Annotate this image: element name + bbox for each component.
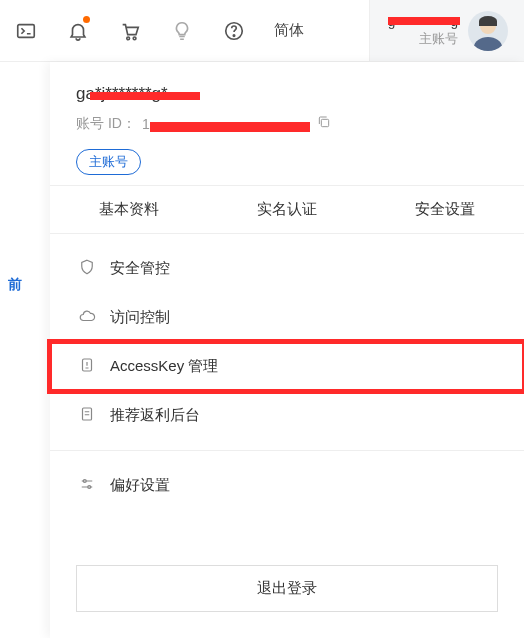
menu-item-label: 偏好设置	[110, 476, 170, 495]
svg-rect-7	[83, 408, 92, 420]
menu-item-label: 访问控制	[110, 308, 170, 327]
menu-access-control[interactable]: 访问控制	[50, 293, 524, 342]
shield-icon	[78, 258, 96, 279]
logout-button[interactable]: 退出登录	[76, 565, 498, 612]
account-panel: ga*j*******g* 账号 ID： 1 主账号 基本资料 实名认证 安全设…	[50, 62, 524, 638]
account-dropdown-trigger[interactable]: g***********g 主账号	[369, 0, 524, 61]
account-id-value: 1	[142, 116, 310, 132]
background-text: 。前	[0, 276, 22, 294]
cart-icon[interactable]	[104, 0, 156, 61]
menu-item-label: AccessKey 管理	[110, 357, 218, 376]
menu-list: 安全管控 访问控制 AccessKey 管理 推荐返利后台 偏好设置	[50, 234, 524, 520]
svg-point-4	[233, 34, 234, 35]
svg-rect-5	[321, 119, 328, 126]
bell-icon[interactable]	[52, 0, 104, 61]
tab-basic-info[interactable]: 基本资料	[50, 186, 208, 233]
account-type-badge: 主账号	[76, 149, 141, 175]
panel-username: ga*j*******g*	[76, 84, 168, 104]
menu-referral-rewards[interactable]: 推荐返利后台	[50, 391, 524, 440]
top-toolbar: 简体 g***********g 主账号	[0, 0, 524, 62]
doc-icon	[78, 405, 96, 426]
lightbulb-icon[interactable]	[156, 0, 208, 61]
account-name: g***********g	[388, 14, 458, 30]
tab-real-name[interactable]: 实名认证	[208, 186, 366, 233]
svg-point-2	[133, 36, 136, 39]
copy-icon[interactable]	[316, 114, 332, 133]
tab-security-settings[interactable]: 安全设置	[366, 186, 524, 233]
menu-item-label: 安全管控	[110, 259, 170, 278]
terminal-icon[interactable]	[0, 0, 52, 61]
language-switch[interactable]: 简体	[260, 21, 318, 40]
menu-divider	[50, 450, 524, 451]
help-icon[interactable]	[208, 0, 260, 61]
avatar	[468, 11, 508, 51]
menu-security-control[interactable]: 安全管控	[50, 244, 524, 293]
svg-rect-0	[18, 24, 35, 37]
menu-item-label: 推荐返利后台	[110, 406, 200, 425]
menu-preferences[interactable]: 偏好设置	[50, 461, 524, 510]
key-icon	[78, 356, 96, 377]
account-id-row: 账号 ID： 1	[76, 114, 498, 133]
cloud-icon	[78, 307, 96, 328]
profile-tabs: 基本资料 实名认证 安全设置	[50, 185, 524, 234]
sliders-icon	[78, 475, 96, 496]
svg-point-1	[127, 36, 130, 39]
notification-dot	[83, 16, 90, 23]
account-type-label: 主账号	[388, 31, 458, 47]
account-id-label: 账号 ID：	[76, 115, 136, 133]
menu-accesskey-management[interactable]: AccessKey 管理	[50, 342, 524, 391]
